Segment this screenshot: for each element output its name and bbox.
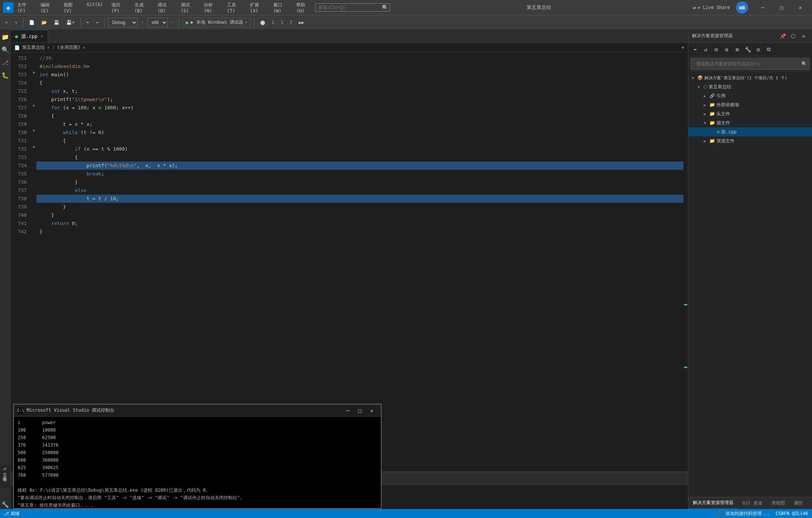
menu-window[interactable]: 窗口(W) [270,0,292,15]
code-line-735[interactable]: break; [36,170,683,178]
code-line-734[interactable]: printf("%d\t%d\n", x, x * x); [36,162,683,170]
code-line-733[interactable]: { [36,153,683,162]
activity-git[interactable]: ⎇ [1,58,10,67]
zoom-label[interactable]: 69 % [1,465,9,481]
config-select[interactable]: Debug Release [108,18,138,27]
code-line-731[interactable]: { [36,137,683,145]
add-source-btn[interactable]: ➕ 添加到源代码管理... [717,510,770,517]
code-line-724[interactable]: { [36,79,683,87]
redo-button[interactable]: ↷ [12,19,20,26]
save-all-button[interactable]: 💾+ [64,19,77,26]
tree-item-references[interactable]: ▶ 🔗 引用 [688,91,812,100]
panel-float-btn[interactable]: ⬡ [789,32,798,41]
fold-727[interactable]: ▼ [31,104,36,112]
code-line-727[interactable]: for (x = 100; x < 1000; x++) [36,104,683,112]
code-line-738[interactable]: t = t / 10; [36,195,683,203]
step-out-button[interactable]: ⤴ [288,19,294,26]
code-line-729[interactable]: t = x * x; [36,120,683,128]
se-refresh-btn[interactable]: ↺ [701,45,710,54]
breadcrumb-add-btn[interactable]: + [682,45,684,50]
fold-732[interactable]: ▼ [31,145,36,153]
activity-tools[interactable]: 🔧 [1,500,10,509]
save-button[interactable]: 💾 [52,19,62,26]
breadcrumb-dropdown[interactable]: ▾ [47,45,50,50]
rpanel-tab-class[interactable]: 类视图 [767,497,789,509]
tab-close-button[interactable]: ✕ [41,34,43,39]
tree-project[interactable]: ▼ ⬡ 第五章总结 [688,82,812,91]
code-line-728[interactable]: { [36,112,683,120]
se-collapse-btn[interactable]: ⊟ [712,45,721,54]
step-over-button[interactable]: ⤵ [270,19,276,26]
fold-730[interactable]: ▼ [31,128,36,137]
menu-extensions[interactable]: 扩展(X) [246,0,269,15]
code-line-741[interactable]: return 0; [36,219,683,228]
breadcrumb-project[interactable]: 第五章总结 [22,44,45,51]
menu-build[interactable]: 生成(B) [131,0,153,15]
minimize-button[interactable]: ─ [754,0,771,15]
menu-help[interactable]: 帮助(H) [292,0,315,15]
fold-723[interactable]: ▼ [31,71,36,79]
tree-item-resources[interactable]: ▶ 📁 资源文件 [688,136,812,145]
open-button[interactable]: 📂 [39,19,49,26]
rpanel-tab-solution[interactable]: 解决方案资源管理器 [688,497,738,509]
se-properties-btn[interactable]: 🔧 [743,45,752,54]
run-button[interactable]: ▶ ▶ 本地 Windows 调试器 ▾ [182,18,251,27]
menu-analyze[interactable]: 分析(N) [200,0,223,15]
new-file-button[interactable]: 📄 [27,19,37,26]
close-button[interactable]: ✕ [792,0,809,15]
panel-close-btn[interactable]: ✕ [799,32,808,41]
code-line-736[interactable]: } [36,178,683,186]
se-search-input[interactable] [693,59,801,69]
se-filter-btn[interactable]: ⊞ [733,45,742,54]
back-button[interactable]: ⬅ [84,19,91,26]
code-line-725[interactable]: int x, t; [36,87,683,95]
continue-button[interactable]: ▶▶ [297,19,306,26]
code-line-726[interactable]: printf("i\tpower\n"); [36,95,683,104]
tree-item-headers[interactable]: ▶ 📁 头文件 [688,109,812,118]
panel-pin-btn[interactable]: 📌 [778,32,787,41]
code-line-723[interactable]: int main() [36,71,683,79]
code-line-721[interactable]: //39. [36,54,683,62]
menu-view[interactable]: 视图(V) [60,0,82,15]
tree-item-source[interactable]: ▼ 📁 源文件 [688,118,812,127]
code-line-740[interactable]: } [36,211,683,219]
se-view-btn[interactable]: ⊡ [754,45,763,54]
console-close-btn[interactable]: ✕ [367,405,377,416]
breakpoint-button[interactable]: ⬤ [258,19,267,26]
menu-tools[interactable]: 工具(T) [223,0,246,15]
platform-select[interactable]: x86 x64 [147,18,168,27]
title-search-input[interactable] [315,3,390,12]
menu-debug[interactable]: 调试(D) [154,0,176,15]
code-line-732[interactable]: if (x == t % 1000) [36,145,683,153]
menu-test[interactable]: 测试(S) [177,0,200,15]
breadcrumb-scope-dropdown[interactable]: ▾ [83,45,85,50]
live-share-btn[interactable]: ⇌ ⇌ Live Share [690,4,733,11]
console-minimize-btn[interactable]: ─ [342,405,353,416]
code-line-730[interactable]: while (t != 0) [36,128,683,137]
menu-edit[interactable]: 编辑(E) [37,0,59,15]
menu-git[interactable]: Git(G) [83,0,107,15]
code-line-722[interactable]: #include<stdio.h> [36,62,683,71]
console-maximize-btn[interactable]: □ [354,405,365,416]
menu-project[interactable]: 项目(P) [108,0,130,15]
breadcrumb-scope[interactable]: (全局范围) [57,44,80,51]
tree-solution-root[interactable]: ▼ 📦 解决方案'第五章总结'(1 个项目/共 1 个) [688,73,812,82]
code-line-739[interactable]: } [36,203,683,211]
se-extra-btn[interactable]: ⧉ [764,45,773,54]
scrollbar-indicator[interactable] [683,53,688,471]
se-settings-btn[interactable]: ⚙ [722,45,731,54]
code-line-742[interactable]: } [36,228,683,236]
tree-item-source-cpp[interactable]: ⊞ 源.cpp [688,127,812,136]
menu-file[interactable]: 文件(F) [14,0,36,15]
rpanel-tab-props[interactable]: 属性 [789,497,807,509]
rpanel-tab-git[interactable]: Git 更改 [738,497,767,509]
output-sidebar-label[interactable]: 输出 [1,482,9,488]
activity-debug[interactable]: 🐛 [1,71,10,80]
tree-item-external[interactable]: ▶ 📁 外部依赖项 [688,100,812,109]
step-into-button[interactable]: ⤵ [279,19,285,26]
forward-button[interactable]: ➡ [94,19,101,26]
tab-source-cpp[interactable]: ● 源.cpp ✕ [11,30,48,42]
se-back-btn[interactable]: ⬅ [691,45,700,54]
undo-button[interactable]: ↶ [3,19,10,26]
activity-search[interactable]: 🔍 [1,45,10,54]
